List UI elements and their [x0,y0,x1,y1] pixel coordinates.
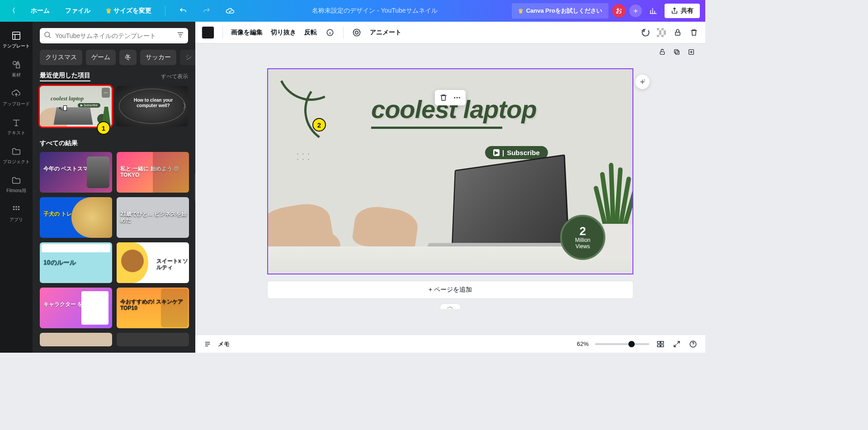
chip[interactable]: ゲーム [86,50,116,65]
cloud-sync-icon[interactable] [222,3,238,19]
svg-point-8 [18,208,20,210]
undo-button[interactable] [175,3,191,19]
more-icon[interactable] [452,93,462,103]
grid-view-icon[interactable] [656,339,665,349]
rail-templates[interactable]: テンプレート [0,25,33,54]
analytics-button[interactable] [646,3,661,19]
rail-uploads[interactable]: アップロード [0,83,33,112]
carousel-next[interactable]: 〉 [183,102,190,111]
back-button[interactable]: 〈 [5,4,19,18]
rail-text[interactable]: テキスト [0,112,33,141]
svg-point-3 [13,206,15,208]
page-drawer-toggle[interactable]: ︿ [440,303,461,310]
views-badge[interactable]: 2 MillionViews [560,215,605,260]
youtube-icon: ▶ [493,149,500,156]
svg-point-7 [15,208,17,210]
chip-row: クリスマス ゲーム 冬 サッカー シ [40,50,188,65]
crown-icon: ♛ [106,7,112,14]
rail-elements[interactable]: 素材 [0,54,33,83]
side-rail: テンプレート 素材 アップロード テキスト プロジェクト Filmora用 アプ… [0,22,33,353]
color-swatch[interactable] [202,26,214,39]
share-button[interactable]: 共有 [665,4,700,18]
folder-icon [11,146,22,157]
svg-rect-21 [659,30,661,33]
template-card[interactable]: 10のルール [40,242,112,283]
trash-icon[interactable] [439,93,448,103]
floating-context-menu [435,90,466,105]
svg-rect-34 [661,341,664,344]
search-icon [43,31,52,41]
search-input[interactable] [55,32,173,39]
template-card[interactable]: 今年の ベストスマホ [40,152,112,193]
folder-icon [11,175,22,186]
transparency-icon[interactable] [656,28,666,38]
redo-button[interactable] [199,3,214,19]
design-page[interactable]: 2 coolest laptop ▶| Subscribe [267,68,633,274]
svg-point-11 [105,92,106,93]
templates-panel: クリスマス ゲーム 冬 サッカー シ 最近使用した項目 すべて表示 cooles… [33,22,195,353]
crop-button[interactable]: 切り抜き [271,28,296,37]
stage[interactable]: 2 coolest laptop ▶| Subscribe [195,43,705,335]
edit-image-button[interactable]: 画像を編集 [231,28,263,37]
rail-filmora[interactable]: Filmora用 [0,170,33,199]
animate-button[interactable]: アニメート [370,28,401,37]
zoom-value[interactable]: 62% [577,340,589,347]
dot-pattern [297,153,311,161]
notes-label[interactable]: メモ [218,340,230,348]
tutorial-marker-2: 2 [312,118,326,132]
template-card[interactable]: coolest laptop ▶ Subscribe ↖ [40,86,112,127]
design-title[interactable]: 名称未設定のデザイン - YouTubeサムネイル [241,7,508,15]
try-pro-button[interactable]: ♛Canva Proをお試しください [512,3,609,19]
search-box[interactable] [40,28,188,43]
subscribe-badge[interactable]: ▶| Subscribe [485,146,548,159]
add-member-button[interactable]: ＋ [629,5,642,17]
chip[interactable]: クリスマス [40,50,82,65]
help-icon[interactable] [688,339,698,349]
rail-apps[interactable]: アプリ [0,199,33,228]
trash-icon[interactable] [689,28,699,38]
template-card[interactable] [40,333,112,346]
chip[interactable]: シ [180,50,195,65]
template-card[interactable]: スイートx ソルティ [117,242,189,283]
tutorial-marker-1: 1 [97,121,110,135]
see-all-link[interactable]: すべて表示 [161,73,188,80]
template-card[interactable]: 私と 一緒に 始めよう @ TOKYO [117,152,189,193]
text-icon [11,117,22,128]
svg-rect-17 [657,28,659,30]
flip-button[interactable]: 反転 [304,28,317,37]
apps-icon [11,204,22,215]
template-card[interactable]: 今おすすめの! スキンケア TOP10 [117,288,189,328]
elements-icon [11,59,22,70]
position-icon[interactable] [640,28,650,38]
add-page-icon[interactable] [686,47,696,57]
add-page-button[interactable]: + ページを追加 [267,281,633,299]
svg-rect-25 [675,32,680,35]
template-card[interactable] [117,333,189,346]
separator [222,26,223,39]
lock-page-icon[interactable] [657,47,667,57]
svg-rect-28 [675,50,678,53]
template-card[interactable]: 子犬の トレーニング 方法 [40,197,112,238]
rail-projects[interactable]: プロジェクト [0,141,33,170]
lock-icon[interactable] [673,28,683,38]
template-card[interactable]: 21歳でひと... ビジネスを始めた [117,197,189,238]
chip[interactable]: 冬 [119,50,137,65]
file-menu[interactable]: ファイル [61,4,94,18]
svg-point-4 [15,206,17,208]
filter-icon[interactable] [176,31,184,41]
home-button[interactable]: ホーム [27,4,53,18]
quick-add-button[interactable] [635,75,650,89]
duplicate-page-icon[interactable] [672,47,682,57]
template-card[interactable]: キャラクター を作ろう [40,288,112,328]
avatar[interactable]: お [612,4,626,18]
fullscreen-icon[interactable] [672,339,682,349]
notes-icon[interactable] [203,339,212,349]
template-card[interactable]: How to clean your computer well? [116,86,188,127]
resize-button[interactable]: ♛サイズを変更 [102,4,155,18]
svg-rect-24 [661,35,664,37]
upload-icon [11,88,22,99]
info-icon[interactable] [325,28,335,38]
chip[interactable]: サッカー [140,50,176,65]
zoom-slider[interactable] [595,343,649,345]
svg-rect-27 [675,51,679,54]
